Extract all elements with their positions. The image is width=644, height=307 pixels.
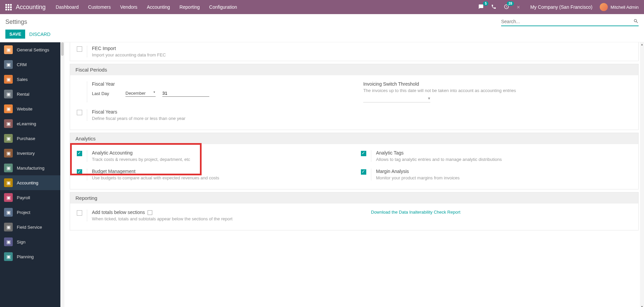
clock-icon[interactable]: 28 [504, 4, 509, 10]
threshold-desc: The invoices up to this date will not be… [363, 88, 632, 93]
at-desc: Allows to tag analytic entries and to ma… [376, 157, 632, 162]
fec-title: FEC Import [92, 46, 347, 51]
sidebar-item-label: Payroll [17, 195, 30, 200]
section-header-analytics: Analytics [70, 133, 638, 144]
sidebar-item-manufacturing[interactable]: ▣Manufacturing [0, 161, 60, 175]
fyears-title: Fiscal Years [92, 109, 347, 115]
sidebar-item-label: Sales [17, 77, 28, 82]
sidebar-item-payroll[interactable]: ▣Payroll [0, 190, 60, 205]
checkbox-analytic-accounting[interactable] [77, 151, 82, 156]
sidebar-item-rental[interactable]: ▣Rental [0, 87, 60, 101]
sidebar-icon: ▣ [4, 104, 13, 113]
day-input[interactable] [162, 90, 209, 97]
fyears-desc: Define fiscal years of more or less than… [92, 116, 347, 121]
sidebar-scrollbar[interactable] [60, 42, 64, 307]
discard-button[interactable]: DISCARD [29, 32, 50, 37]
sidebar-icon: ▣ [4, 60, 13, 69]
section-reporting: Reporting Add totals below sections When… [70, 192, 639, 230]
sidebar-icon: ▣ [4, 90, 13, 98]
brand[interactable]: Accounting [16, 4, 46, 11]
sidebar-item-label: General Settings [17, 47, 49, 52]
sidebar-icon: ▣ [4, 75, 13, 84]
sidebar-item-field-service[interactable]: ▣Field Service [0, 220, 60, 234]
section-header-fiscal: Fiscal Periods [70, 64, 638, 75]
sidebar-item-sign[interactable]: ▣Sign [0, 234, 60, 249]
bm-desc: Use budgets to compare actual with expec… [92, 175, 347, 180]
bm-title: Budget Management [92, 169, 347, 174]
sidebar-item-label: Manufacturing [17, 166, 44, 171]
avatar [600, 3, 608, 11]
sidebar-item-purchase[interactable]: ▣Purchase [0, 131, 60, 146]
nav-reporting[interactable]: Reporting [179, 4, 200, 10]
sidebar-item-inventory[interactable]: ▣Inventory [0, 146, 60, 161]
nav-dashboard[interactable]: Dashboard [56, 4, 79, 10]
close-tray-icon[interactable]: ✕ [517, 5, 520, 10]
sidebar-item-label: eLearning [17, 121, 36, 126]
nav-customers[interactable]: Customers [88, 4, 111, 10]
download-inalterability-link[interactable]: Download the Data Inalterability Check R… [371, 210, 461, 215]
apps-icon[interactable] [5, 4, 12, 10]
search-input[interactable] [501, 17, 633, 26]
checkbox-margin[interactable] [361, 169, 366, 175]
ma-desc: Monitor your product margins from invoic… [376, 175, 632, 180]
sidebar-icon: ▣ [4, 149, 13, 158]
threshold-select[interactable] [363, 96, 430, 102]
fec-desc: Import your accounting data from FEC [92, 52, 347, 57]
right-icons: 5 28 ✕ My Company (San Francisco) Mitche… [478, 3, 639, 11]
nav-vendors[interactable]: Vendors [120, 4, 137, 10]
sidebar-item-website[interactable]: ▣Website [0, 101, 60, 116]
at-title: Analytic Tags [376, 150, 632, 156]
sidebar-item-crm[interactable]: ▣CRM [0, 57, 60, 72]
chat-icon[interactable]: 5 [478, 4, 484, 10]
totals-title: Add totals below sections [92, 210, 347, 215]
checkbox-totals[interactable] [77, 210, 82, 216]
sidebar-item-accounting[interactable]: ▣Accounting [0, 175, 60, 190]
sidebar-item-label: Sign [17, 239, 25, 245]
sidebar-icon: ▣ [4, 223, 13, 231]
totals-desc: When ticked, totals and subtotals appear… [92, 216, 347, 221]
sidebar-icon: ▣ [4, 45, 13, 54]
search-icon[interactable] [633, 18, 639, 25]
sidebar-item-label: Field Service [17, 225, 42, 230]
sidebar-icon: ▣ [4, 208, 13, 217]
month-select[interactable]: December [125, 90, 156, 97]
setting-budget-management: Budget Management Use budgets to compare… [70, 165, 354, 184]
setting-analytic-tags: Analytic Tags Allows to tag analytic ent… [354, 147, 638, 165]
company-selector[interactable]: My Company (San Francisco) [530, 4, 592, 10]
setting-add-totals: Add totals below sections When ticked, t… [70, 206, 354, 225]
sidebar-item-elearning[interactable]: ▣eLearning [0, 116, 60, 131]
nav-menu: Dashboard Customers Vendors Accounting R… [56, 4, 237, 10]
sidebar-icon: ▣ [4, 119, 13, 128]
sidebar-item-sales[interactable]: ▣Sales [0, 72, 60, 87]
checkbox-fiscal-years[interactable] [77, 110, 82, 115]
phone-icon[interactable] [491, 4, 496, 10]
checkbox-analytic-tags[interactable] [361, 151, 366, 156]
setting-download-inalterability: Download the Data Inalterability Check R… [354, 206, 638, 225]
search-wrap [501, 17, 639, 26]
sidebar-item-label: Inventory [17, 151, 35, 156]
sidebar-item-general-settings[interactable]: ▣General Settings [0, 42, 60, 57]
nav-configuration[interactable]: Configuration [209, 4, 237, 10]
user-menu[interactable]: Mitchell Admin [600, 3, 639, 11]
sidebar-item-project[interactable]: ▣Project [0, 205, 60, 220]
sidebar-icon: ▣ [4, 164, 13, 172]
section-fiscal: Fiscal Periods Fiscal Year Last Day Dece… [70, 64, 639, 130]
scroll-up-icon[interactable]: ▲ [641, 43, 643, 46]
sidebar-item-label: Accounting [17, 180, 38, 185]
sidebar-item-label: Purchase [17, 136, 35, 141]
ma-title: Margin Analysis [376, 169, 632, 174]
scroll-down-icon[interactable]: ▼ [641, 305, 643, 307]
content-scrollbar[interactable]: ▲ ▼ [640, 42, 644, 307]
chat-badge: 5 [483, 1, 488, 6]
sidebar-icon: ▣ [4, 178, 13, 187]
sidebar-item-planning[interactable]: ▣Planning [0, 249, 60, 264]
checkbox-fec[interactable] [77, 46, 82, 52]
sidebar-item-label: Project [17, 210, 30, 215]
last-day-label: Last Day [92, 91, 119, 96]
save-button[interactable]: SAVE [5, 30, 25, 39]
checkbox-budget[interactable] [77, 169, 82, 175]
nav-accounting[interactable]: Accounting [147, 4, 170, 10]
setting-fiscal-years: Fiscal Years Define fiscal years of more… [70, 106, 354, 124]
setting-margin-analysis: Margin Analysis Monitor your product mar… [354, 165, 638, 184]
main: ▣General Settings▣CRM▣Sales▣Rental▣Websi… [0, 42, 644, 307]
